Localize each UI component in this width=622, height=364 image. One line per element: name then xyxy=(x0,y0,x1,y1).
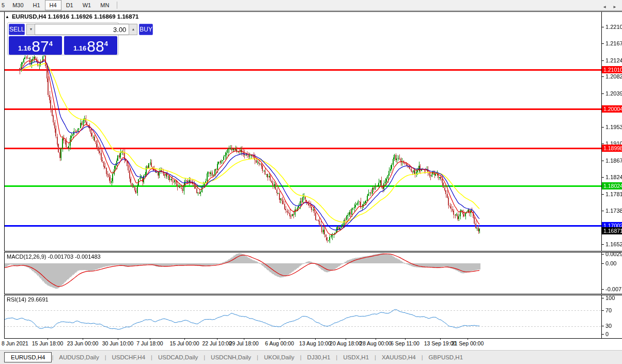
rsi-axis-label: 70 xyxy=(605,307,612,314)
macd-axis-label: 0.00 xyxy=(605,260,616,267)
rsi-tick-mark xyxy=(601,298,604,298)
chart-tab-usdx[interactable]: USDX,H1 xyxy=(337,352,375,362)
price-tick-mark xyxy=(601,43,604,44)
date-tick-mark xyxy=(244,338,244,340)
chart-tab-usdcad[interactable]: USDCAD,Daily xyxy=(152,352,204,362)
rsi-pane-canvas[interactable] xyxy=(4,295,601,338)
price-tick-mark xyxy=(601,27,604,27)
date-axis-label: 7 Jul 18:00 xyxy=(136,340,163,346)
price-tick-label: 1.18670 xyxy=(605,157,622,164)
price-level-tag: 1.18998 xyxy=(602,145,622,152)
price-tick-mark xyxy=(601,211,604,211)
timeframe-button-m30[interactable]: M30 xyxy=(8,0,28,10)
price-tick-label: 1.17380 xyxy=(605,208,622,214)
rsi-axis-label: 0 xyxy=(605,331,609,338)
price-level-tag: 1.18024 xyxy=(602,182,622,189)
macd-indicator-label: MACD(12,26,9) -0.001703 -0.001483 xyxy=(7,254,101,260)
macd-pane-splitter[interactable] xyxy=(4,251,622,252)
rsi-tick-mark xyxy=(601,310,604,311)
price-tick-mark xyxy=(601,76,604,77)
price-tick-label: 1.20390 xyxy=(605,90,622,97)
volume-decrease-button[interactable]: ▼ xyxy=(26,24,35,35)
tab-scroll-right-icon[interactable]: ► xyxy=(613,5,617,9)
date-tick-mark xyxy=(48,338,48,340)
chart-window: ▲EURUSD,H4 1.16916 1.16926 1.16869 1.168… xyxy=(0,11,622,350)
ohlc-text: EURUSD,H4 1.16916 1.16926 1.16869 1.1687… xyxy=(12,13,139,20)
timeframe-button-5[interactable]: 5 xyxy=(0,0,8,10)
rsi-tick-mark xyxy=(601,326,604,326)
price-tick-label: 1.19530 xyxy=(605,124,622,131)
buy-button[interactable]: BUY xyxy=(139,24,153,35)
date-tick-mark xyxy=(150,338,150,340)
date-tick-mark xyxy=(346,338,346,340)
buy-price-prefix: 1.16 xyxy=(73,44,86,52)
price-tick-label: 1.16520 xyxy=(605,241,622,248)
chart-tab-dj30[interactable]: DJ30,H1 xyxy=(302,352,336,362)
date-axis-label: 22 Jul 10:00 xyxy=(202,340,231,346)
price-tick-mark xyxy=(601,127,604,128)
price-tick-mark xyxy=(601,60,604,61)
date-axis-label: 30 Jun 10:00 xyxy=(102,340,134,346)
volume-input[interactable] xyxy=(35,24,129,35)
chart-tab-usdcnh[interactable]: USDCNH,Daily xyxy=(205,352,257,362)
price-tick-label: 1.20820 xyxy=(605,73,622,80)
rsi-tick-mark xyxy=(601,334,604,335)
volume-stepper: ▼ ▲ xyxy=(26,24,137,35)
sell-price-display[interactable]: 1.16 87 4 xyxy=(9,36,62,55)
mt4-window: 5M30H1H4D1W1MN ▲EURUSD,H4 1.16916 1.1692… xyxy=(0,0,622,364)
price-level-tag: 1.20004 xyxy=(602,105,622,113)
price-tick-mark xyxy=(601,194,604,195)
date-tick-mark xyxy=(279,338,280,340)
buy-price-display[interactable]: 1.16 88 4 xyxy=(64,36,117,55)
timeframe-button-d1[interactable]: D1 xyxy=(61,0,78,10)
chart-tab-eurusd[interactable]: EURUSD,H4 xyxy=(4,352,52,362)
chart-ohlc-header: ▲EURUSD,H4 1.16916 1.16926 1.16869 1.168… xyxy=(5,13,138,20)
price-level-tag: 1.16871 xyxy=(602,227,622,234)
sell-button[interactable]: SELL xyxy=(9,24,25,35)
timeframe-button-mn[interactable]: MN xyxy=(96,0,114,10)
chart-top-border xyxy=(0,11,622,12)
buy-price-big: 88 xyxy=(87,39,104,54)
price-tick-mark xyxy=(601,244,604,245)
date-axis-label: 8 Jun 2021 xyxy=(2,340,28,346)
date-tick-mark xyxy=(405,338,406,340)
date-axis-label: 23 Jun 00:00 xyxy=(67,340,99,346)
price-tick-mark xyxy=(601,161,604,161)
price-tick-label: 1.22100 xyxy=(605,24,622,30)
date-tick-mark xyxy=(440,338,441,340)
timeframe-button-h4[interactable]: H4 xyxy=(45,0,61,10)
macd-axis-label: -0.00715 xyxy=(605,286,622,293)
chart-tab-xauusd[interactable]: XAUUSD,H4 xyxy=(376,352,422,362)
macd-axis-label: 0.002947 xyxy=(605,251,622,258)
chart-tab-gbpusd[interactable]: GBPUSD,H1 xyxy=(423,352,469,362)
rsi-axis-label: 100 xyxy=(605,295,615,302)
sell-price-big: 87 xyxy=(32,39,49,54)
collapse-arrow-icon[interactable]: ▲ xyxy=(5,14,9,19)
volume-increase-button[interactable]: ▲ xyxy=(129,24,137,35)
price-level-tag: 1.21010 xyxy=(602,66,622,73)
chart-tab-ukoil[interactable]: UKOil,Daily xyxy=(258,352,300,362)
date-axis-label: 20 Aug 18:00 xyxy=(330,340,362,346)
timeframe-button-h1[interactable]: H1 xyxy=(28,0,45,10)
date-axis-label: 6 Aug 00:00 xyxy=(265,340,294,346)
one-click-trading-panel: SELL ▼ ▲ BUY 1.16 87 4 1.16 88 4 xyxy=(7,22,119,55)
date-axis-label: 13 Aug 10:00 xyxy=(299,340,331,346)
timeframe-button-w1[interactable]: W1 xyxy=(78,0,96,10)
date-tick-mark xyxy=(376,338,376,340)
date-axis-label: 15 Jun 18:00 xyxy=(32,340,64,346)
chart-tab-audusd[interactable]: AUDUSD,Daily xyxy=(53,352,104,362)
date-tick-mark xyxy=(315,338,316,340)
sell-price-sup: 4 xyxy=(49,40,53,48)
chart-tab-usdchf[interactable]: USDCHF,H4 xyxy=(106,352,151,362)
date-tick-mark xyxy=(83,338,83,340)
rsi-pane-splitter[interactable] xyxy=(4,294,622,295)
price-tick-label: 1.21670 xyxy=(605,40,622,47)
date-axis-label: 15 Jul 00:00 xyxy=(169,340,199,346)
date-tick-mark xyxy=(468,338,468,340)
rsi-axis-label: 30 xyxy=(605,323,612,329)
tab-scroll-left-icon[interactable]: ◄ xyxy=(602,5,607,9)
macd-tick-mark xyxy=(601,254,604,255)
price-tick-mark xyxy=(601,93,604,94)
date-axis-label: 21 Sep 00:00 xyxy=(452,340,484,346)
price-tick-mark xyxy=(601,177,604,178)
